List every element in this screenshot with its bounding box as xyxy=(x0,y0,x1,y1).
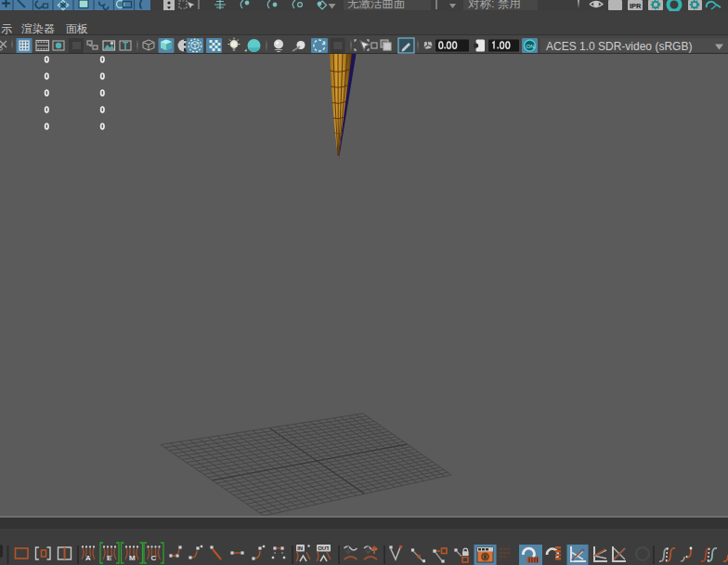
svg-text:M: M xyxy=(129,554,136,562)
svg-text:ACES 1.0 SDR-video (sRGB): ACES 1.0 SDR-video (sRGB) xyxy=(546,40,692,53)
svg-text:C: C xyxy=(151,554,157,562)
svg-text:OUT: OUT xyxy=(318,545,330,551)
svg-text:IN: IN xyxy=(297,545,303,551)
svg-text:ON: ON xyxy=(526,44,535,49)
svg-text:T: T xyxy=(123,41,128,51)
svg-text:IPR: IPR xyxy=(630,2,642,10)
svg-text:E: E xyxy=(107,554,112,562)
svg-text:A: A xyxy=(85,554,91,562)
